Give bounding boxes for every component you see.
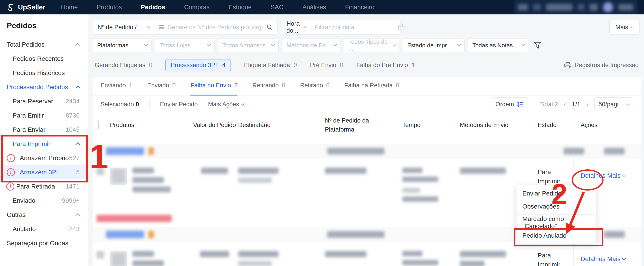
status-tab-gerando-etiquetas[interactable]: Gerando Etiquetas 0 [95,62,152,69]
page-title: Pedidos [7,20,88,31]
sidebar-item-enviado[interactable]: Enviado 9999+ [0,193,88,208]
col-valor: Valor do Pedido [193,122,236,128]
redacted-buyer-label [327,231,384,238]
more-link[interactable]: Mais [607,255,625,263]
menu-item-marcado-como-cancelado[interactable]: Marcado como "Cancelado" [516,216,596,229]
brand[interactable]: UpSeller [6,3,55,12]
order-search-input[interactable] [167,24,263,31]
order-sort-button[interactable]: Ordem [491,97,528,111]
more-actions-button[interactable]: Mais Ações [208,101,244,108]
tab-falha-na-retirada[interactable]: Falha na Retirada0 [344,77,399,95]
chevron-down-icon [146,25,150,29]
more-filters-button[interactable]: Mais [609,20,640,35]
list-icon [158,25,164,30]
sidebar-item-total-pedidos[interactable]: Total Pedidos [0,37,88,52]
platform-icon [148,147,154,155]
status-tab-pre-envio[interactable]: Pré Envio 0 [310,62,343,69]
shipping-methods-select[interactable]: Métodos de En... [282,38,340,52]
tab-enviado[interactable]: Enviado0 [147,77,176,95]
tab-retirando[interactable]: Retirando0 [252,77,285,95]
chevron-down-icon [521,43,525,47]
sidebar-item-anulado[interactable]: Anulado 243 [0,222,88,236]
nav-pedidos[interactable]: Pedidos [141,4,165,11]
row-checkbox[interactable] [96,251,104,258]
tab-enviando[interactable]: Enviando1 [100,77,132,95]
search-icon[interactable] [266,24,273,31]
next-page-button[interactable]: › [586,100,588,108]
sort-icon [517,101,524,108]
send-order-button[interactable]: Enviar Pedido [160,101,198,108]
brand-name: UpSeller [18,3,46,11]
redacted-recipient [238,251,312,266]
redacted-header-tag [604,148,625,155]
print-records-link[interactable]: Registros de Impressão [564,62,638,69]
chevron-up-icon [75,43,80,48]
sidebar-item-para-emitir[interactable]: Para Emitir 8736 [0,108,88,122]
nav-estoque[interactable]: Estoque [228,4,252,11]
nav-home[interactable]: Home [61,4,78,11]
warehouses-select[interactable]: Todos Armazéns [218,38,278,52]
page-size-select[interactable]: 50/pági... [594,97,633,111]
status-tab-falha-pre-envio[interactable]: Falha do Pré Envio 1 [356,62,415,69]
tab-retirado[interactable]: Retirado0 [300,77,330,95]
chevron-down-icon [457,43,461,47]
status-tab-processando-3pl[interactable]: Processando 3PL 4 [165,59,231,71]
more-link[interactable]: Mais [607,172,625,179]
col-tempo: Tempo [386,122,445,128]
prev-page-button[interactable]: ‹ [564,100,566,108]
order-types-select[interactable]: Todos Tipos de ... [344,38,399,52]
chevron-down-icon [622,173,626,177]
nav-financeiro[interactable]: Financeiro [345,4,374,11]
selected-counter: Selecionado 0 [100,101,139,108]
chevron-up-icon [75,213,80,218]
redacted-platform-order-no [325,168,366,174]
redacted-time [386,251,445,266]
sidebar-item-para-reservar[interactable]: Para Reservar 2434 [0,94,88,108]
redacted-nav-item [578,4,584,10]
print-state-select[interactable]: Estado de Impr... [403,38,464,52]
sidebar-item-pedidos-historicos[interactable]: Pedidos Históricos [0,66,88,80]
nav-compras[interactable]: Compras [184,4,210,11]
col-acoes: Ações [574,122,637,128]
status-tab-etiqueta-falhada[interactable]: Etiqueta Falhada 0 [244,62,297,69]
table-toolbar: Selecionado 0 Enviar Pedido Mais Ações O… [93,95,641,113]
order-search-field-wrap [154,20,278,35]
col-metodos: Métodos de Envio [445,122,534,128]
redacted-time [386,168,445,202]
col-destinatario: Destinatário [238,122,312,128]
date-filter-input[interactable] [314,24,395,31]
sidebar-item-outras[interactable]: Outras [0,208,88,222]
nav-sac[interactable]: SAC [270,4,284,11]
calendar-icon [398,24,404,31]
sidebar-item-para-enviar[interactable]: Para Enviar 1045 [0,122,88,137]
chevron-down-icon [144,43,148,47]
details-link[interactable]: Detalhes [580,255,606,263]
sidebar-item-separacao-por-ondas[interactable]: Separação por Ondas [0,236,88,250]
redacted-order-id[interactable] [106,231,144,238]
select-all-checkbox[interactable] [98,121,99,129]
sidebar-item-processando-pedidos[interactable]: Processando Pedidos [0,80,88,94]
nav-produtos[interactable]: Produtos [97,4,122,11]
stores-select[interactable]: Todas Lojas [155,38,214,52]
invoices-select[interactable]: Todas as Notas... [468,38,528,52]
redacted-error-text [96,215,172,222]
chevron-up-icon [75,85,80,90]
platforms-select[interactable]: Plataformas [93,38,152,52]
col-plataforma: Nº de Pedido da Plataforma [312,116,370,134]
count-badge: 1471 [66,183,80,190]
tab-falha-no-envio[interactable]: Falha no Envio2 [190,77,238,95]
nav-user-area[interactable] [514,0,638,14]
total-count: Total 2 [540,101,558,108]
nav-items: Home Produtos Pedidos Compras Estoque SA… [61,4,374,11]
order-no-type-dropdown[interactable]: Nº de Pedido / ... [93,20,154,35]
count-badge: 1045 [66,126,80,133]
redacted-recipient [238,168,312,183]
top-nav: UpSeller Home Produtos Pedidos Compras E… [0,0,644,15]
chevron-down-icon [207,43,211,47]
nav-analises[interactable]: Análises [302,4,326,11]
time-type-dropdown[interactable]: Hora do... [282,20,310,35]
sidebar-item-pedidos-recentes[interactable]: Pedidos Recentes [0,52,88,66]
redacted-nav-item [533,4,540,10]
filter-funnel-icon[interactable] [534,41,542,49]
redacted-order-id[interactable] [106,147,144,155]
